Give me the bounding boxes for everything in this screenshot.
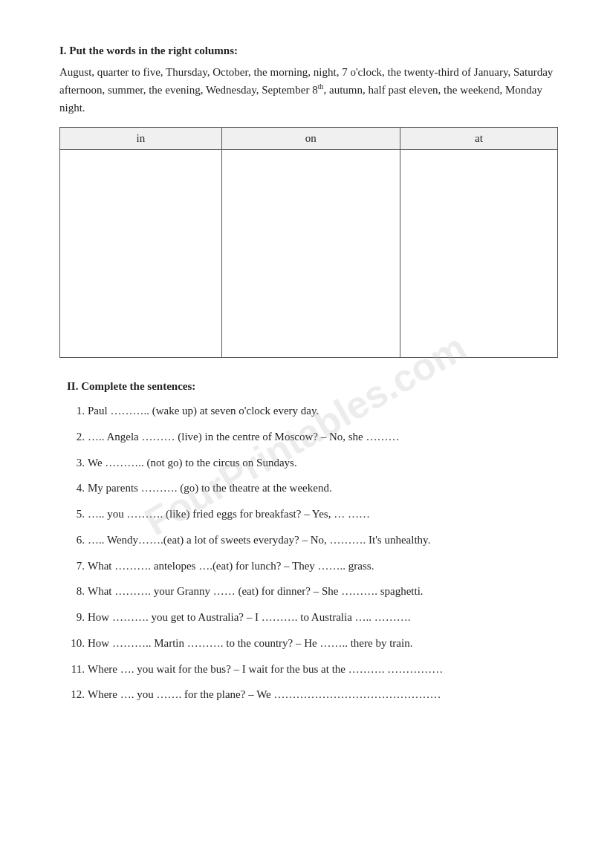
list-item: 8. What ………. your Granny …… (eat) for di… xyxy=(67,582,558,601)
sentence-9: How ………. you get to Australia? – I ………. … xyxy=(88,608,558,627)
list-item: 4. My parents ………. (go) to the theatre a… xyxy=(67,479,558,497)
list-item: 9. How ………. you get to Australia? – I ……… xyxy=(67,608,558,627)
list-item: 11. Where …. you wait for the bus? – I w… xyxy=(67,660,558,679)
list-item: 5. ….. you ………. (like) fried eggs for br… xyxy=(67,505,558,523)
list-num-11: 11. xyxy=(67,660,85,679)
list-num-8: 8. xyxy=(67,582,85,601)
col-header-on: on xyxy=(221,128,400,150)
sentences-list: 1. Paul ……….. (wake up) at seven o'clock… xyxy=(59,402,558,704)
list-num-2: 2. xyxy=(67,428,85,446)
list-item: 10. How ……….. Martin ………. to the country… xyxy=(67,634,558,653)
list-item: 3. We ……….. (not go) to the circus on Su… xyxy=(67,454,558,472)
sentence-6: ….. Wendy…….(eat) a lot of sweets everyd… xyxy=(88,531,558,549)
table-row xyxy=(60,150,558,358)
sentence-12: Where …. you ……. for the plane? – We ………… xyxy=(88,685,558,704)
list-num-9: 9. xyxy=(67,608,85,627)
list-item: 2. ….. Angela ……… (live) in the centre o… xyxy=(67,428,558,446)
preposition-table: in on at xyxy=(59,127,558,358)
section1-title: I. Put the words in the right columns: xyxy=(59,45,558,57)
at-cell xyxy=(400,150,557,358)
col-header-in: in xyxy=(60,128,222,150)
in-cell xyxy=(60,150,222,358)
sentence-11: Where …. you wait for the bus? – I wait … xyxy=(88,660,558,679)
list-num-6: 6. xyxy=(67,531,85,549)
list-item: 7. What ………. antelopes ….(eat) for lunch… xyxy=(67,557,558,575)
list-item: 12. Where …. you ……. for the plane? – We… xyxy=(67,685,558,704)
list-num-7: 7. xyxy=(67,557,85,575)
sentence-7: What ………. antelopes ….(eat) for lunch? –… xyxy=(88,557,558,575)
list-num-12: 12. xyxy=(67,685,85,704)
list-num-4: 4. xyxy=(67,479,85,497)
on-cell xyxy=(221,150,400,358)
section1: I. Put the words in the right columns: A… xyxy=(59,45,558,358)
sentence-8: What ………. your Granny …… (eat) for dinne… xyxy=(88,582,558,601)
section2-title: II. Complete the sentences: xyxy=(59,380,558,393)
section1-instructions: August, quarter to five, Thursday, Octob… xyxy=(59,63,558,117)
list-item: 6. ….. Wendy…….(eat) a lot of sweets eve… xyxy=(67,531,558,549)
list-num-3: 3. xyxy=(67,454,85,472)
list-num-1: 1. xyxy=(67,402,85,420)
sentence-2: ….. Angela ……… (live) in the centre of M… xyxy=(88,428,558,446)
sentence-10: How ……….. Martin ………. to the country? – … xyxy=(88,634,558,653)
list-num-5: 5. xyxy=(67,505,85,523)
sentence-4: My parents ………. (go) to the theatre at t… xyxy=(88,479,558,497)
col-header-at: at xyxy=(400,128,557,150)
sentence-3: We ……….. (not go) to the circus on Sunda… xyxy=(88,454,558,472)
sentence-5: ….. you ………. (like) fried eggs for break… xyxy=(88,505,558,523)
section2: II. Complete the sentences: 1. Paul ……….… xyxy=(59,380,558,704)
list-item: 1. Paul ……….. (wake up) at seven o'clock… xyxy=(67,402,558,420)
sentence-1: Paul ……….. (wake up) at seven o'clock ev… xyxy=(88,402,558,420)
list-num-10: 10. xyxy=(67,634,85,653)
